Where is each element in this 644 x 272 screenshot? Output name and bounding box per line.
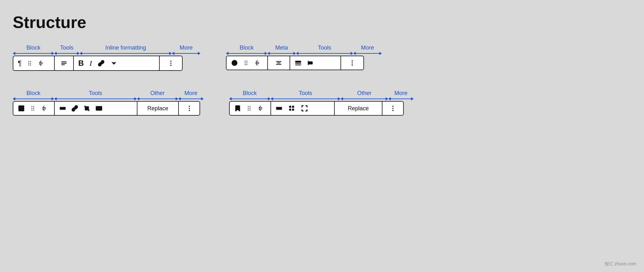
svg-rect-39	[60, 107, 66, 110]
drag-icon[interactable]	[26, 60, 33, 67]
diagram-image: Block Tools Other More	[13, 90, 204, 116]
svg-point-37	[32, 110, 32, 111]
label-block-3: Block	[26, 90, 40, 97]
svg-point-35	[32, 108, 32, 109]
svg-point-38	[33, 110, 34, 111]
replace-button-4[interactable]: Replace	[348, 105, 369, 112]
move-updown-icon-4[interactable]	[257, 105, 264, 112]
label-other-3: Other	[150, 90, 164, 97]
svg-point-45	[248, 106, 249, 107]
svg-point-34	[33, 106, 34, 107]
toolbar-image: a Replace	[13, 101, 200, 116]
svg-rect-27	[309, 62, 312, 64]
svg-point-17	[246, 63, 247, 64]
block-full-icon-2[interactable]	[276, 105, 283, 112]
svg-point-9	[170, 61, 172, 62]
svg-point-2	[28, 63, 29, 64]
label-tools-3: Tools	[89, 90, 102, 97]
svg-point-44	[189, 110, 190, 111]
svg-point-16	[245, 63, 246, 64]
drag-icon-3[interactable]	[29, 105, 36, 112]
replace-button-3[interactable]: Replace	[147, 105, 168, 112]
label-more-2: More	[361, 44, 374, 51]
svg-point-46	[249, 106, 250, 107]
svg-point-43	[189, 108, 190, 109]
block-full-icon[interactable]	[59, 105, 66, 112]
svg-point-49	[248, 110, 249, 111]
bold-icon[interactable]: B	[78, 59, 84, 67]
svg-rect-51	[276, 107, 282, 110]
align-icon[interactable]	[60, 60, 67, 67]
paragraph-icon[interactable]: ¶	[18, 60, 22, 67]
svg-point-33	[32, 106, 32, 107]
page-title: Structure	[13, 13, 631, 32]
label-block-1: Block	[26, 44, 40, 51]
align-center-icon[interactable]	[275, 59, 282, 66]
label-tools-4: Tools	[299, 90, 312, 97]
watermark: 智汇 zhuon.com	[605, 261, 636, 267]
svg-point-56	[392, 106, 394, 107]
svg-point-36	[33, 108, 34, 109]
italic-icon[interactable]: I	[89, 59, 92, 67]
svg-point-15	[246, 61, 247, 62]
svg-rect-55	[292, 109, 294, 111]
toolbar-paragraph: ¶ B I	[13, 56, 183, 71]
svg-point-3	[30, 63, 31, 64]
svg-point-5	[30, 65, 31, 65]
svg-point-48	[249, 108, 250, 109]
svg-point-4	[28, 65, 29, 65]
block-align-icon[interactable]	[295, 59, 302, 66]
toolbar-bookmark: Replace	[229, 101, 404, 116]
label-inline-1: Inline formatting	[105, 44, 146, 51]
no-icon[interactable]	[231, 59, 238, 66]
kebab-icon-1[interactable]	[167, 60, 174, 67]
label-more-3: More	[184, 90, 197, 97]
link-icon[interactable]	[98, 60, 105, 67]
move-updown-icon-3[interactable]	[41, 105, 48, 112]
alt-text-icon[interactable]: a	[95, 105, 102, 112]
svg-rect-23	[296, 61, 301, 63]
kebab-icon-2[interactable]	[349, 59, 356, 66]
grid-icon[interactable]	[288, 105, 295, 112]
kebab-icon-4[interactable]	[389, 105, 396, 112]
svg-rect-53	[292, 106, 294, 108]
svg-point-32	[20, 107, 21, 108]
image-icon[interactable]	[18, 105, 25, 112]
svg-point-29	[352, 62, 353, 64]
drag-icon-4[interactable]	[246, 105, 253, 112]
bookmark-icon[interactable]	[234, 105, 241, 112]
label-other-4: Other	[357, 90, 371, 97]
svg-point-50	[249, 110, 250, 111]
label-tools-1: Tools	[60, 44, 74, 51]
svg-point-47	[248, 108, 249, 109]
diagram-meta: Block Meta Tools More	[226, 44, 382, 70]
svg-point-28	[352, 60, 353, 62]
move-updown-icon-2[interactable]	[254, 59, 261, 66]
diagram-paragraph: Block Tools	[13, 44, 200, 71]
label-meta-2: Meta	[275, 44, 288, 51]
more-inline-icon[interactable]	[110, 60, 117, 67]
drag-icon-2[interactable]	[242, 59, 249, 66]
fullscreen-icon[interactable]	[301, 105, 308, 112]
align-left-block-icon[interactable]	[307, 59, 314, 66]
svg-point-0	[28, 61, 29, 62]
move-updown-icon[interactable]	[38, 60, 45, 67]
svg-point-14	[245, 61, 246, 62]
svg-text:a: a	[98, 108, 100, 111]
svg-point-10	[170, 63, 172, 64]
svg-point-42	[189, 106, 190, 107]
label-block-4: Block	[243, 90, 257, 97]
svg-point-30	[352, 65, 353, 66]
link-icon-2[interactable]	[71, 105, 78, 112]
label-tools-2: Tools	[318, 44, 331, 51]
label-more-4: More	[394, 90, 407, 97]
svg-rect-52	[289, 106, 291, 108]
svg-rect-54	[289, 109, 291, 111]
svg-point-58	[392, 110, 394, 111]
label-block-2: Block	[240, 44, 254, 51]
crop-icon[interactable]	[83, 105, 90, 112]
svg-point-18	[245, 64, 246, 65]
toolbar-meta	[226, 56, 364, 70]
kebab-icon-3[interactable]	[186, 105, 193, 112]
svg-point-57	[392, 108, 394, 109]
